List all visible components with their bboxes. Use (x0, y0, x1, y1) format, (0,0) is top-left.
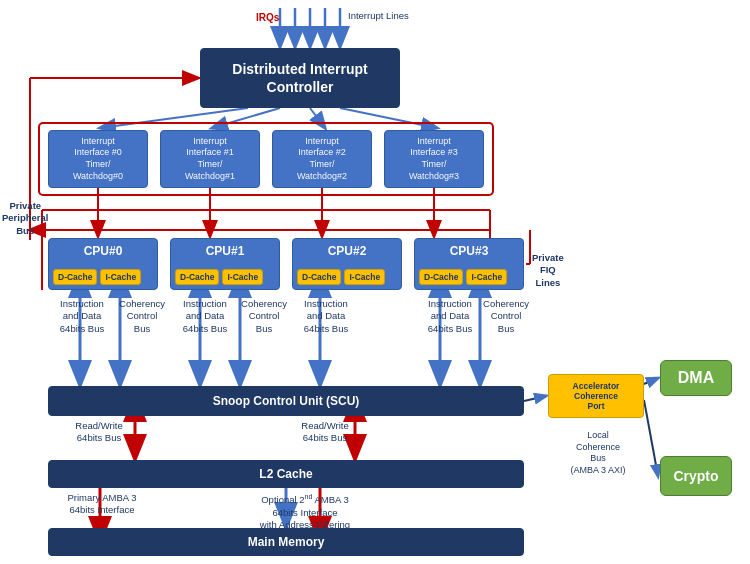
ii1-label: Interrupt Interface #1 Timer/ Watchdog#1 (185, 136, 235, 183)
scu-label: Snoop Control Unit (SCU) (213, 394, 360, 408)
cpu1-icache: I-Cache (222, 269, 263, 285)
cpu3-label: CPU#3 (415, 244, 523, 258)
dic-box: Distributed Interrupt Controller (200, 48, 400, 108)
cpu1-box: CPU#1 D-Cache I-Cache (170, 238, 280, 290)
bus-label-2: Instructionand Data64bits Bus (295, 298, 357, 335)
cpu0-cache-group: D-Cache I-Cache (53, 269, 141, 285)
cpu2-dcache: D-Cache (297, 269, 341, 285)
svg-line-6 (212, 108, 280, 128)
architecture-diagram: Distributed Interrupt Controller IRQs In… (0, 0, 750, 564)
l2-cache-box: L2 Cache (48, 460, 524, 488)
svg-line-5 (100, 108, 248, 128)
coherency-label-1: CoherencyControlBus (238, 298, 290, 335)
optional-amba-label: Optional 2nd AMBA 364bits Interfacewith … (240, 492, 370, 531)
cpu0-box: CPU#0 D-Cache I-Cache (48, 238, 158, 290)
acp-label: Accelerator Coherence Port (573, 381, 620, 411)
local-coherence-bus-label: LocalCoherenceBus(AMBA 3 AXI) (558, 430, 638, 477)
private-fiq-lines-label: PrivateFIQLines (532, 252, 564, 289)
primary-amba-label: Primary AMBA 364bits Interface (52, 492, 152, 517)
dma-label: DMA (678, 369, 714, 387)
mm-label: Main Memory (248, 535, 325, 549)
main-memory-box: Main Memory (48, 528, 524, 556)
interrupt-interface-3: Interrupt Interface #3 Timer/ Watchdog#3 (384, 130, 484, 188)
interrupt-interface-2: Interrupt Interface #2 Timer/ Watchdog#2 (272, 130, 372, 188)
cpu0-dcache: D-Cache (53, 269, 97, 285)
coherency-label-0: CoherencyControlBus (116, 298, 168, 335)
cpu2-box: CPU#2 D-Cache I-Cache (292, 238, 402, 290)
irqs-label: IRQs (256, 12, 279, 23)
acp-box: Accelerator Coherence Port (548, 374, 644, 418)
svg-line-8 (340, 108, 437, 128)
interrupt-lines-label: Interrupt Lines (348, 10, 409, 22)
svg-line-32 (644, 400, 658, 476)
cpu3-cache-group: D-Cache I-Cache (419, 269, 507, 285)
coherency-label-3: CoherencyControlBus (480, 298, 532, 335)
interrupt-interface-0: Interrupt Interface #0 Timer/ Watchdog#0 (48, 130, 148, 188)
cpu1-cache-group: D-Cache I-Cache (175, 269, 263, 285)
ii0-label: Interrupt Interface #0 Timer/ Watchdog#0 (73, 136, 123, 183)
ii3-label: Interrupt Interface #3 Timer/ Watchdog#3 (409, 136, 459, 183)
cpu1-label: CPU#1 (171, 244, 279, 258)
dma-box: DMA (660, 360, 732, 396)
rw-label-0: Read/Write64bits Bus (64, 420, 134, 445)
cpu3-box: CPU#3 D-Cache I-Cache (414, 238, 524, 290)
cpu3-icache: I-Cache (466, 269, 507, 285)
cpu2-label: CPU#2 (293, 244, 401, 258)
svg-line-7 (310, 108, 325, 128)
svg-line-31 (644, 378, 658, 384)
crypto-label: Crypto (673, 468, 718, 484)
cpu0-label: CPU#0 (49, 244, 157, 258)
cpu2-icache: I-Cache (344, 269, 385, 285)
cpu2-cache-group: D-Cache I-Cache (297, 269, 385, 285)
ii2-label: Interrupt Interface #2 Timer/ Watchdog#2 (297, 136, 347, 183)
bus-label-3: Instructionand Data64bits Bus (420, 298, 480, 335)
l2-label: L2 Cache (259, 467, 312, 481)
scu-box: Snoop Control Unit (SCU) (48, 386, 524, 416)
cpu1-dcache: D-Cache (175, 269, 219, 285)
svg-line-33 (524, 396, 546, 401)
bus-label-0: Instructionand Data64bits Bus (52, 298, 112, 335)
bus-label-1: Instructionand Data64bits Bus (175, 298, 235, 335)
crypto-box: Crypto (660, 456, 732, 496)
rw-label-1: Read/Write64bits Bus (290, 420, 360, 445)
dic-label: Distributed Interrupt Controller (232, 60, 367, 96)
cpu3-dcache: D-Cache (419, 269, 463, 285)
private-peripheral-bus-label: PrivatePeripheralBus (2, 200, 48, 237)
interrupt-interface-1: Interrupt Interface #1 Timer/ Watchdog#1 (160, 130, 260, 188)
cpu0-icache: I-Cache (100, 269, 141, 285)
